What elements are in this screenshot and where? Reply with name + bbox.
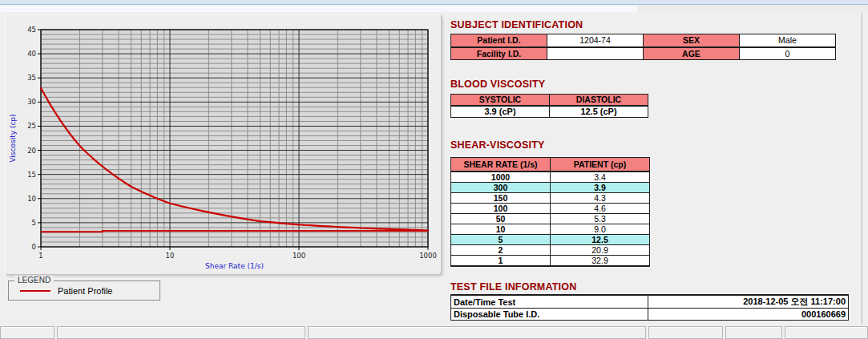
legend-caption: LEGEND [14, 276, 54, 285]
diastolic-header: DIASTOLIC [550, 95, 648, 106]
svg-text:10: 10 [166, 252, 175, 260]
legend-entry-patient-profile: Patient Profile [58, 286, 112, 296]
shear-rate-cell: 1000 [451, 172, 551, 183]
sex-value: Male [740, 34, 836, 47]
status-panel [0, 326, 55, 339]
svg-text:1: 1 [38, 252, 42, 260]
patient-profile-line-swatch [20, 290, 50, 292]
systolic-header: SYSTOLIC [451, 95, 550, 106]
shear-viscosity-graph: 0510152025303540451101001000Viscosity (c… [6, 15, 441, 274]
age-value: 0 [740, 47, 836, 60]
facility-id-label: Facility I.D. [451, 47, 547, 60]
patient-value-cell: 3.9 [551, 182, 650, 192]
status-panel [785, 326, 868, 339]
shear-rate-cell: 100 [451, 203, 551, 213]
svg-text:45: 45 [27, 26, 36, 34]
table-row: 220.9 [451, 244, 650, 255]
shear-rate-cell: 2 [451, 244, 551, 255]
svg-text:10: 10 [27, 195, 36, 203]
patient-value-cell: 3.4 [551, 172, 650, 183]
table-row: Patient I.D. 1204-74 SEX Male [451, 34, 836, 47]
patient-id-label: Patient I.D. [451, 34, 547, 47]
shear-rate-cell: 10 [451, 224, 551, 234]
patient-value-cell: 20.9 [551, 244, 650, 255]
svg-text:20: 20 [27, 147, 36, 155]
table-row: Date/Time Test 2018-12-05 오전 11:17:00 [451, 295, 849, 309]
status-panel [725, 326, 782, 339]
window-top-strip [0, 0, 868, 5]
status-panel [308, 326, 646, 339]
patient-value-cell: 32.9 [551, 255, 650, 266]
status-bar [0, 326, 868, 339]
subject-identification-table: Patient I.D. 1204-74 SEX Male Facility I… [450, 34, 836, 60]
window-sub-strip [0, 6, 868, 12]
svg-text:35: 35 [27, 74, 36, 82]
shear-rate-cell: 150 [451, 192, 551, 203]
table-row: 132.9 [451, 255, 650, 266]
subject-identification-title: SUBJECT IDENTIFICATION [450, 19, 583, 30]
viscosity-chart-panel: 0510152025303540451101001000Viscosity (c… [5, 14, 442, 275]
blood-viscosity-title: BLOOD VISCOSITY [450, 79, 545, 90]
date-time-test-value: 2018-12-05 오전 11:17:00 [648, 295, 849, 309]
patient-cp-header: PATIENT (cp) [551, 158, 650, 172]
svg-text:40: 40 [27, 50, 36, 58]
table-row: Facility I.D. AGE 0 [451, 47, 836, 60]
diastolic-value: 12.5 (cP) [550, 106, 648, 118]
table-row: SYSTOLIC DIASTOLIC [451, 95, 648, 106]
status-panel [57, 326, 305, 339]
panel-right-groove [862, 13, 862, 325]
age-label: AGE [644, 47, 740, 60]
disposable-tube-id-label: Disposable Tube I.D. [451, 309, 648, 321]
table-row: 505.3 [451, 213, 650, 224]
shear-viscosity-title: SHEAR-VISCOSITY [450, 139, 545, 151]
shear-rate-header: SHEAR RATE (1/s) [451, 158, 551, 172]
patient-value-cell: 9.0 [551, 224, 650, 234]
table-row: 1004.6 [451, 203, 650, 213]
shear-rate-cell: 300 [451, 182, 551, 192]
svg-text:25: 25 [27, 122, 36, 130]
patient-value-cell: 4.3 [551, 192, 650, 203]
svg-text:15: 15 [27, 171, 36, 179]
shear-viscosity-table: SHEAR RATE (1/s) PATIENT (cp) 10003.4 30… [450, 157, 650, 267]
table-row: Disposable Tube I.D. 000160669 [451, 309, 849, 321]
table-row: 10003.4 [451, 172, 650, 183]
svg-text:100: 100 [293, 252, 305, 260]
svg-text:Viscosity (cp): Viscosity (cp) [9, 114, 17, 162]
patient-value-cell: 12.5 [551, 234, 650, 244]
shear-rate-cell: 1 [451, 255, 551, 266]
svg-text:1000: 1000 [419, 252, 437, 260]
patient-id-value: 1204-74 [547, 34, 644, 47]
patient-value-cell: 5.3 [551, 213, 650, 224]
blood-viscosity-table: SYSTOLIC DIASTOLIC 3.9 (cP) 12.5 (cP) [450, 94, 648, 118]
svg-text:Shear Rate (1/s): Shear Rate (1/s) [205, 262, 264, 270]
svg-text:30: 30 [27, 98, 36, 106]
svg-text:0: 0 [32, 243, 36, 251]
date-time-test-label: Date/Time Test [451, 295, 648, 309]
status-panel [648, 326, 723, 339]
window-sub-strip-right [637, 6, 868, 12]
test-file-information-table: Date/Time Test 2018-12-05 오전 11:17:00 Di… [450, 294, 849, 321]
test-file-information-title: TEST FILE INFORMATION [450, 281, 576, 293]
table-header-row: SHEAR RATE (1/s) PATIENT (cp) [451, 158, 650, 172]
disposable-tube-id-value: 000160669 [648, 309, 849, 321]
table-row: 3003.9 [451, 182, 650, 192]
svg-text:5: 5 [32, 219, 36, 227]
table-row: 512.5 [451, 234, 650, 244]
sex-label: SEX [644, 34, 740, 47]
legend-box: LEGEND Patient Profile [8, 280, 160, 301]
table-row: 3.9 (cP) 12.5 (cP) [451, 106, 648, 118]
shear-rate-cell: 50 [451, 213, 551, 224]
table-row: 1504.3 [451, 192, 650, 203]
facility-id-value [547, 47, 644, 60]
systolic-value: 3.9 (cP) [451, 106, 550, 118]
report-window: 0510152025303540451101001000Viscosity (c… [0, 0, 868, 339]
shear-rate-cell: 5 [451, 234, 551, 244]
patient-value-cell: 4.6 [551, 203, 650, 213]
table-row: 109.0 [451, 224, 650, 234]
